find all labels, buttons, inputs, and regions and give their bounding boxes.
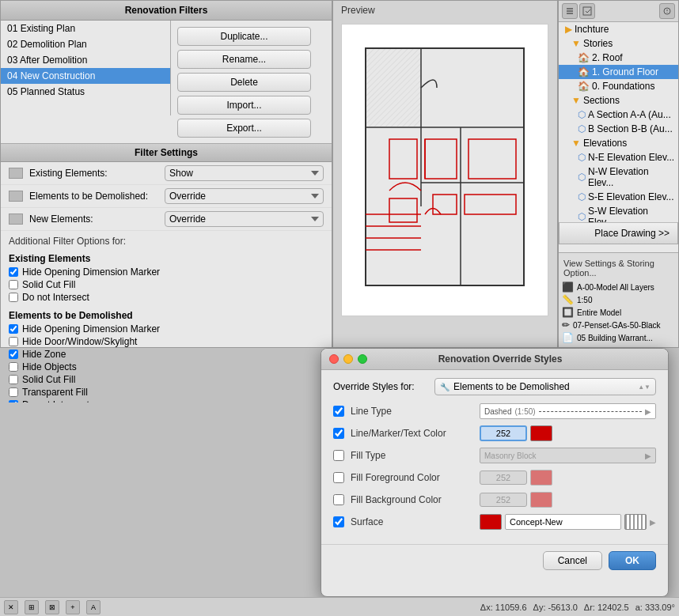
additional-options-label: Additional Filter Options for: xyxy=(1,231,332,248)
status-dr: Δr: 12402.5 xyxy=(584,603,629,612)
line-type-checkbox[interactable] xyxy=(333,406,344,417)
status-dy: Δy: -5613.0 xyxy=(533,603,578,612)
override-dialog: Renovation Override Styles Override Styl… xyxy=(321,348,669,597)
existing-elements-section-title: Existing Elements xyxy=(9,253,324,264)
new-elements-select[interactable]: OverrideShowHide xyxy=(165,211,324,227)
status-icon-2[interactable]: ⊞ xyxy=(25,600,39,614)
tree-ne-elevation[interactable]: ⬡ N-E Elevation Elev... xyxy=(559,150,678,164)
filter-item-1[interactable]: 01 Existing Plan xyxy=(1,21,170,36)
surface-pattern-swatch[interactable] xyxy=(624,514,647,530)
line-type-preview[interactable]: Dashed (1:50) ▶ xyxy=(480,403,656,419)
demo-hide-objects-checkbox[interactable] xyxy=(9,362,18,372)
rename-button[interactable]: Rename... xyxy=(177,50,311,69)
dialog-footer: Cancel OK xyxy=(321,544,668,576)
ok-button[interactable]: OK xyxy=(609,551,656,570)
demolished-elements-select[interactable]: OverrideShowHide xyxy=(165,188,324,204)
duplicate-button[interactable]: Duplicate... xyxy=(177,27,311,46)
fill-fg-number xyxy=(480,471,527,485)
tree-roof[interactable]: 🏠 2. Roof xyxy=(559,51,678,65)
renovation-filters-panel: Renovation Filters 01 Existing Plan 02 D… xyxy=(0,0,332,348)
surface-color-swatch[interactable] xyxy=(480,514,502,530)
fill-fg-color-label: Fill Foreground Color xyxy=(351,472,473,483)
filter-item-5[interactable]: 05 Planned Status xyxy=(1,84,170,100)
line-color-swatch[interactable] xyxy=(530,425,552,441)
override-for-dropdown[interactable]: 🔧 Elements to be Demolished ▲▼ xyxy=(434,378,656,395)
tree-toolbar-icon-1[interactable] xyxy=(562,3,578,19)
existing-do-not-intersect-checkbox[interactable] xyxy=(9,293,18,302)
delete-button[interactable]: Delete xyxy=(177,73,311,92)
existing-solid-cut-checkbox[interactable] xyxy=(9,280,18,289)
tree-toolbar-icon-2[interactable] xyxy=(579,3,595,19)
new-elements-label: New Elements: xyxy=(29,214,160,225)
surface-row: Surface Concept-New ▶ xyxy=(333,514,656,530)
tree-nw-elevation[interactable]: ⬡ N-W Elevation Elev... xyxy=(559,164,678,190)
close-button[interactable] xyxy=(329,354,339,364)
demo-solid-cut-checkbox[interactable] xyxy=(9,375,18,384)
line-color-row: Line/Marker/Text Color xyxy=(333,425,656,441)
cancel-button[interactable]: Cancel xyxy=(543,551,602,570)
status-icon-4[interactable]: + xyxy=(66,600,80,614)
filter-item-3[interactable]: 03 After Demolition xyxy=(1,52,170,68)
tree-stories[interactable]: ▼ Stories xyxy=(559,36,678,51)
dashed-line-sample xyxy=(539,411,642,412)
demo-hide-opening-checkbox[interactable] xyxy=(9,324,18,334)
place-drawing-button[interactable]: Place Drawing >> xyxy=(559,222,678,244)
status-icon-1[interactable]: ✕ xyxy=(4,600,18,614)
existing-hide-opening-checkbox[interactable] xyxy=(9,267,18,277)
roof-floor-icon: 🏠 xyxy=(578,52,590,63)
line-color-value-area xyxy=(480,425,656,441)
line-type-value-area: Dashed (1:50) ▶ xyxy=(480,403,656,419)
status-bar: ✕ ⊞ ⊠ + A Δx: 11059.6 Δy: -5613.0 Δr: 12… xyxy=(0,597,679,616)
existing-elements-label: Existing Elements: xyxy=(29,168,160,179)
view-row-model: 🔲 Entire Model xyxy=(559,306,678,319)
tree-section-aa[interactable]: ⬡ A Section A-A (Au... xyxy=(559,108,678,122)
fill-bg-swatch xyxy=(530,492,552,508)
maximize-button[interactable] xyxy=(358,354,367,364)
section-bb-icon: ⬡ xyxy=(578,123,586,134)
tree-se-elevation[interactable]: ⬡ S-E Elevation Elev... xyxy=(559,190,678,204)
filter-item-2[interactable]: 02 Demolition Plan xyxy=(1,36,170,52)
fill-type-row: Fill Type Masonry Block ▶ xyxy=(333,448,656,463)
fill-type-label: Fill Type xyxy=(351,450,473,461)
tree-sections[interactable]: ▼ Sections xyxy=(559,93,678,108)
fill-bg-color-checkbox[interactable] xyxy=(333,494,344,505)
fill-fg-color-checkbox[interactable] xyxy=(333,472,344,483)
fill-fg-color-row: Fill Foreground Color xyxy=(333,470,656,486)
demo-do-not-intersect-checkbox[interactable] xyxy=(9,400,18,402)
existing-elements-icon xyxy=(9,168,23,179)
surface-text-preview[interactable]: Concept-New xyxy=(505,514,621,530)
line-type-extra: (1:50) xyxy=(514,407,535,416)
demo-hide-door-checkbox[interactable] xyxy=(9,337,18,346)
existing-elements-select[interactable]: ShowOverrideHide xyxy=(165,165,324,181)
tree-section-bb[interactable]: ⬡ B Section B-B (Au... xyxy=(559,122,678,136)
pen-icon: ✏ xyxy=(562,319,570,331)
tree-foundations[interactable]: 🏠 0. Foundations xyxy=(559,79,678,93)
override-for-value: Elements to be Demolished xyxy=(453,381,634,392)
status-icon-3[interactable]: ⊠ xyxy=(45,600,59,614)
preview-title: Preview xyxy=(333,1,557,20)
nw-elevation-icon: ⬡ xyxy=(578,172,586,183)
dialog-titlebar: Renovation Override Styles xyxy=(321,349,668,370)
line-color-checkbox[interactable] xyxy=(333,428,344,439)
fill-type-checkbox[interactable] xyxy=(333,450,344,461)
tree-elevations[interactable]: ▼ Elevations xyxy=(559,136,678,150)
line-color-number[interactable] xyxy=(480,425,527,441)
export-button[interactable]: Export... xyxy=(177,119,311,138)
filter-list: 01 Existing Plan 02 Demolition Plan 03 A… xyxy=(1,21,171,115)
status-icon-5[interactable]: A xyxy=(86,600,101,614)
minimize-button[interactable] xyxy=(343,354,353,364)
surface-checkbox[interactable] xyxy=(333,516,344,527)
filter-item-4[interactable]: 04 New Construction xyxy=(1,68,170,84)
view-row-scale: 📏 1:50 xyxy=(559,293,678,306)
demo-hide-zone-checkbox[interactable] xyxy=(9,350,18,359)
preview-panel: Preview xyxy=(332,0,558,348)
import-button[interactable]: Import... xyxy=(177,96,311,115)
ground-floor-icon: 🏠 xyxy=(578,66,590,77)
tree-ground-floor[interactable]: 🏠 1. Ground Floor xyxy=(559,65,678,79)
new-elements-row: New Elements: OverrideShowHide xyxy=(1,208,332,231)
dialog-body: Override Styles for: 🔧 Elements to be De… xyxy=(321,370,668,544)
tree-toolbar-icon-3[interactable] xyxy=(659,3,675,19)
demo-transparent-checkbox[interactable] xyxy=(9,387,18,397)
tree-inchture[interactable]: ▶ Inchture xyxy=(559,22,678,36)
tree-toolbar xyxy=(559,1,678,22)
